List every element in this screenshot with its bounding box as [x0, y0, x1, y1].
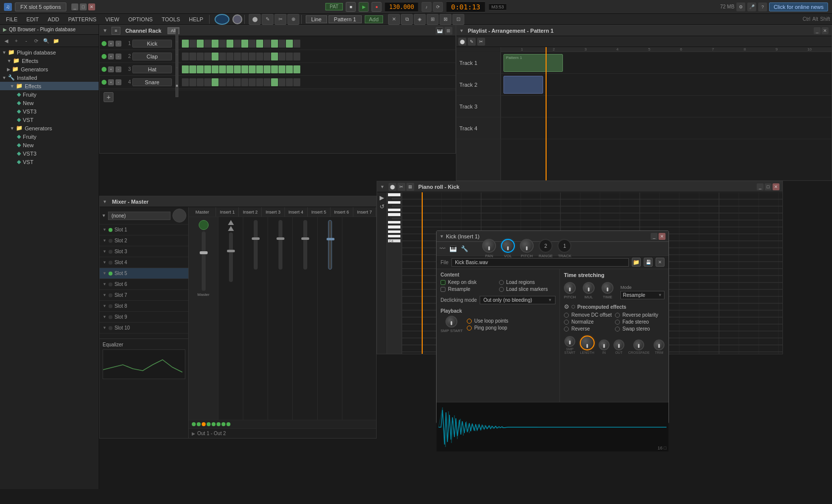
load-slice-option[interactable]: Load slice markers	[499, 286, 556, 292]
ch1-cell-15[interactable]	[286, 40, 293, 48]
waveform-area[interactable]: 16 □	[437, 402, 668, 451]
insert1-peak-l[interactable]	[228, 220, 234, 225]
ch3-cell-1[interactable]	[182, 65, 189, 73]
start-offset-knob[interactable]	[445, 316, 457, 328]
ch1-cell-6[interactable]	[219, 40, 226, 48]
pitch-knob[interactable]	[520, 239, 534, 253]
ch4-cell-6[interactable]	[219, 78, 226, 86]
ch4-cell-7[interactable]	[226, 78, 233, 86]
key-a5[interactable]	[388, 208, 401, 212]
browser-folder-btn[interactable]: 📁	[52, 36, 60, 45]
ch2-cell-10[interactable]	[249, 53, 256, 60]
record-btn[interactable]: ●	[372, 2, 382, 12]
slot-2[interactable]: ▼ Slot 2	[100, 235, 188, 246]
ch3-cell-13[interactable]	[271, 65, 278, 73]
ch1-cell-3[interactable]	[197, 40, 204, 48]
more-btn1[interactable]: ⊞	[427, 14, 439, 25]
key-b5-sharp[interactable]	[391, 197, 401, 200]
ch1-cell-2[interactable]	[189, 40, 196, 48]
ch1-cell-1[interactable]	[182, 40, 189, 48]
more-btn3[interactable]: ⊡	[452, 14, 464, 25]
ch4-cell-4[interactable]	[204, 78, 211, 86]
menu-view[interactable]: VIEW	[102, 15, 123, 23]
insert4-fader[interactable]	[303, 220, 307, 270]
ch4-cell-8[interactable]	[234, 78, 241, 86]
tree-vst3-1[interactable]: ◆ VST3	[0, 107, 99, 115]
tree-fruity-2[interactable]: ◆ Fruity	[0, 132, 99, 141]
ki-file-name[interactable]: Kick Basic.wav	[451, 258, 629, 267]
ch1-cell-10[interactable]	[249, 40, 256, 48]
ch1-cell-9[interactable]	[241, 40, 248, 48]
browser-refresh-btn[interactable]: ⟳	[32, 36, 41, 45]
ki-save-btn[interactable]: 💾	[644, 258, 653, 267]
pl-block-2[interactable]	[503, 76, 543, 94]
ch2-name[interactable]: Clap	[132, 53, 172, 60]
key-b5[interactable]	[388, 201, 401, 204]
bpm-display[interactable]: 130.000	[385, 2, 419, 12]
slot-8[interactable]: ▼ Slot 8	[100, 301, 188, 312]
insert1-peak-r[interactable]	[228, 226, 234, 231]
pl-block-1[interactable]: Pattern 1	[503, 54, 563, 72]
reverse-option[interactable]: Reverse	[564, 326, 613, 332]
keep-on-disk-check[interactable]	[441, 280, 445, 285]
menu-file[interactable]: FILE	[2, 15, 21, 23]
pl-tool-1[interactable]: ⬤	[458, 38, 466, 46]
slot-4[interactable]: ▼ Slot 4	[100, 257, 188, 268]
pr-close-btn[interactable]: ✕	[773, 183, 779, 190]
ch1-cell-8[interactable]	[234, 40, 241, 48]
pr-tool-1[interactable]: ⬤	[388, 183, 396, 191]
slot-5[interactable]: ▼ Slot 5	[100, 268, 188, 279]
ch4-cell-13[interactable]	[271, 78, 278, 86]
add-channel-btn[interactable]: +	[104, 92, 113, 102]
loop-icon[interactable]: ⟳	[433, 2, 443, 12]
ch1-name[interactable]: Kick	[132, 40, 172, 48]
ts-time-knob[interactable]	[602, 282, 613, 294]
in-knob[interactable]	[599, 339, 610, 350]
tree-new-1[interactable]: ◆ New	[0, 99, 99, 107]
ch1-cell-4[interactable]	[204, 40, 211, 48]
fx-slot-tab[interactable]: FX slot 5 options	[15, 2, 66, 11]
help-icon[interactable]: ?	[758, 2, 767, 11]
ki-close-file-btn[interactable]: ✕	[656, 258, 665, 267]
slot-9[interactable]: ▼ Slot 9	[100, 312, 188, 323]
ch1-cell-7[interactable]	[226, 40, 233, 48]
ch3-cell-16[interactable]	[293, 65, 300, 73]
use-loop-pts[interactable]: Use loop points	[467, 318, 508, 324]
ch4-name[interactable]: Snare	[132, 78, 172, 86]
key-f5-sharp[interactable]	[391, 217, 401, 220]
pl-tool-3[interactable]: ✂	[477, 38, 485, 46]
load-regions-option[interactable]: Load regions	[499, 280, 556, 285]
browser-del-btn[interactable]: -	[22, 36, 31, 45]
ch2-cell-13[interactable]	[271, 53, 278, 60]
ch3-cell-8[interactable]	[234, 65, 241, 73]
ch1-cell-11[interactable]	[256, 40, 263, 48]
ki-minimize-btn[interactable]: _	[651, 233, 658, 240]
ch1-cell-12[interactable]	[264, 40, 271, 48]
declicking-select[interactable]: Out only (no bleeding) ▼	[480, 296, 555, 304]
resample-check[interactable]	[441, 287, 445, 292]
ch3-cell-10[interactable]	[249, 65, 256, 73]
use-loop-radio[interactable]	[467, 319, 472, 324]
ki-folder-btn[interactable]: 📁	[632, 258, 641, 267]
mute-btn[interactable]: ◈	[414, 14, 426, 25]
out-knob[interactable]	[613, 339, 624, 350]
ch4-led[interactable]	[102, 80, 107, 85]
tree-effects-1[interactable]: ▼ 📁 Effects	[0, 56, 99, 65]
ch2-led[interactable]	[102, 54, 107, 59]
ch3-led[interactable]	[102, 67, 107, 72]
ch2-cell-15[interactable]	[286, 53, 293, 60]
key-c4[interactable]: C4	[388, 239, 401, 243]
browser-new-btn[interactable]: +	[12, 36, 21, 45]
ch1-cells[interactable]	[182, 40, 453, 48]
tree-new-2[interactable]: ◆ New	[0, 141, 99, 149]
ch3-cell-7[interactable]	[226, 65, 233, 73]
play-btn[interactable]: ▶	[359, 2, 369, 12]
key-c6[interactable]	[388, 193, 401, 197]
ch4-cell-12[interactable]	[264, 78, 271, 86]
ch2-cell-11[interactable]	[256, 53, 263, 60]
ch4-cell-3[interactable]	[197, 78, 204, 86]
browser-arrow[interactable]: ▶	[3, 27, 7, 32]
pl-track-1-row[interactable]: Pattern 1	[501, 52, 832, 74]
ch3-cell-3[interactable]	[197, 65, 204, 73]
ch3-cell-11[interactable]	[256, 65, 263, 73]
